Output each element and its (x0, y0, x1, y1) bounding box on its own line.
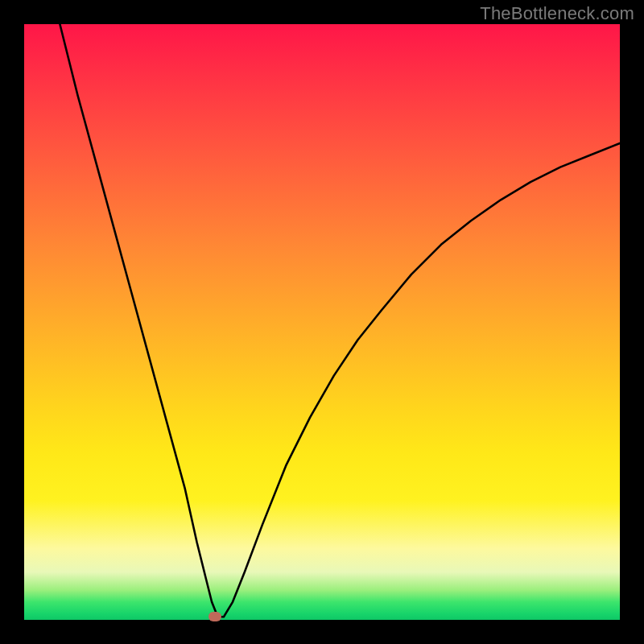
watermark-text: TheBottleneck.com (480, 3, 634, 24)
plot-area (24, 24, 620, 620)
chart-frame: TheBottleneck.com (0, 0, 644, 644)
bottleneck-curve (24, 24, 620, 620)
optimal-point-marker (208, 612, 221, 621)
